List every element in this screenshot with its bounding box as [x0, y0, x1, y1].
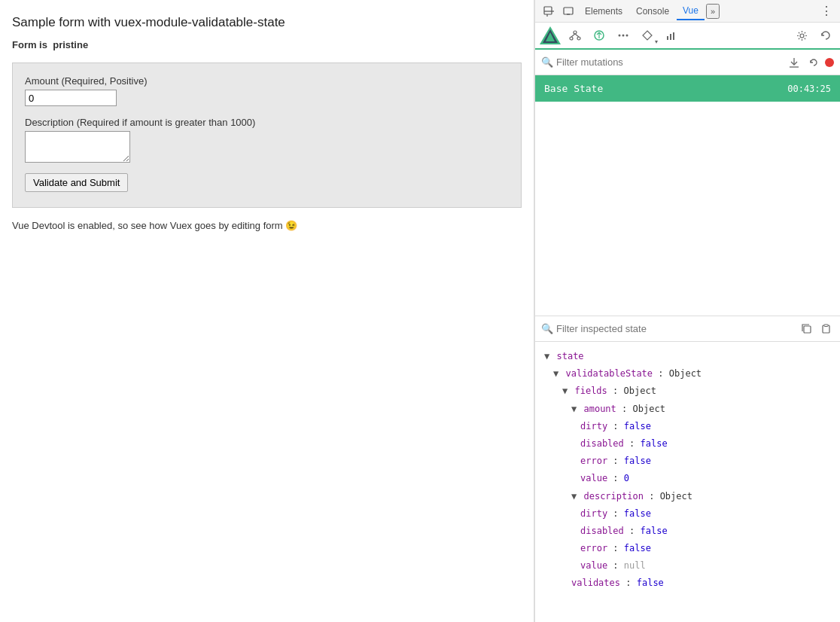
desc-disabled-key: disabled: [580, 526, 624, 536]
svg-point-14: [619, 35, 621, 37]
tree-amount-value: value : 0: [535, 470, 840, 487]
state-filter-input[interactable]: [556, 323, 795, 334]
svg-rect-3: [564, 8, 573, 14]
state-tree: ▼ state ▼ validatableState : Object ▼ fi…: [535, 342, 840, 622]
svg-point-10: [577, 37, 580, 40]
amount-dirty-value: false: [624, 421, 651, 431]
amount-disabled-value: false: [640, 438, 667, 449]
devtools-menu-btn[interactable]: ⋮: [817, 2, 835, 20]
tree-amount-dirty: dirty : false: [535, 418, 840, 435]
tree-validates: validates : false: [535, 575, 840, 592]
svg-rect-24: [804, 326, 811, 333]
svg-rect-18: [667, 36, 668, 40]
amount-label: Amount (Required, Positive): [25, 75, 509, 87]
tree-fields: ▼ fields : Object: [535, 383, 840, 400]
tree-description: ▼ description : Object: [535, 488, 840, 505]
mutations-list: Base State 00:43:25: [535, 75, 840, 316]
search-icon: 🔍: [541, 56, 553, 68]
tree-state: ▼ state: [535, 348, 840, 365]
svg-marker-17: [643, 31, 652, 40]
devtool-note: Vue Devtool is enabled, so see how Vuex …: [12, 220, 522, 231]
page-title: Sample form with vuex-module-validatable…: [12, 15, 522, 30]
tree-desc-disabled: disabled : false: [535, 523, 840, 540]
mutation-time: 00:43:25: [787, 84, 831, 94]
desc-error-value: false: [624, 543, 651, 553]
form-status: Form is pristine: [12, 39, 522, 50]
amount-type: Object: [633, 404, 665, 414]
amount-value-value: 0: [624, 473, 629, 483]
tree-desc-value: value : null: [535, 557, 840, 575]
vue-devtools-panel: Elements Console Vue » ⋮: [534, 0, 840, 622]
amount-input-wrap: [25, 90, 509, 106]
fields-type: Object: [624, 386, 656, 396]
submit-button[interactable]: Validate and Submit: [25, 173, 128, 192]
tree-desc-error: error : false: [535, 540, 840, 557]
description-label: Description (Required if amount is great…: [25, 117, 509, 128]
tree-desc-dirty: dirty : false: [535, 505, 840, 523]
filter-mutations-bar: 🔍: [535, 50, 840, 75]
svg-point-9: [570, 37, 573, 40]
devtools-topbar: Elements Console Vue » ⋮: [535, 0, 840, 23]
settings-btn[interactable]: [790, 24, 813, 47]
validates-value: false: [637, 578, 664, 588]
svg-point-21: [800, 34, 804, 38]
tab-console[interactable]: Console: [630, 3, 675, 20]
component-tree-btn[interactable]: [564, 24, 586, 47]
tab-elements[interactable]: Elements: [579, 3, 628, 20]
vue-toolbar: [535, 23, 840, 50]
desc-disabled-value: false: [640, 526, 667, 536]
description-input[interactable]: [25, 131, 130, 163]
desc-error-key: error: [580, 543, 607, 553]
paste-state-btn[interactable]: [817, 321, 834, 337]
inspect-element-btn[interactable]: [540, 2, 558, 20]
record-indicator: [825, 58, 834, 67]
description-field-group: Description (Required if amount is great…: [25, 117, 509, 163]
amount-input[interactable]: [25, 90, 117, 106]
validates-key: validates: [571, 578, 620, 588]
events-btn[interactable]: [612, 24, 635, 47]
mutation-item[interactable]: Base State 00:43:25: [535, 75, 840, 102]
amount-toggle[interactable]: ▼: [571, 404, 577, 414]
import-btn[interactable]: [786, 54, 802, 71]
state-toggle[interactable]: ▼: [544, 351, 549, 361]
state-search-icon: 🔍: [541, 323, 553, 334]
tree-amount-error: error : false: [535, 453, 840, 470]
svg-rect-20: [673, 32, 674, 40]
mutation-name: Base State: [544, 83, 603, 94]
svg-rect-26: [824, 325, 828, 327]
amount-error-value: false: [624, 456, 651, 466]
performance-btn[interactable]: [660, 24, 683, 47]
filter-actions: [786, 54, 834, 71]
amount-disabled-key: disabled: [580, 438, 624, 449]
more-tabs-btn[interactable]: »: [706, 4, 720, 19]
state-key: state: [556, 351, 583, 361]
vuex-btn[interactable]: [588, 24, 610, 47]
svg-point-8: [574, 31, 577, 34]
form-status-prefix: Form is: [12, 39, 47, 50]
amount-field-group: Amount (Required, Positive): [25, 75, 509, 106]
filter-mutations-input[interactable]: [556, 56, 783, 68]
tab-vue[interactable]: Vue: [677, 2, 705, 20]
fields-toggle[interactable]: ▼: [562, 386, 568, 396]
device-toggle-btn[interactable]: [559, 2, 577, 20]
refresh-btn[interactable]: [814, 24, 837, 47]
desc-value-value: null: [624, 560, 646, 571]
description-toggle[interactable]: ▼: [571, 491, 577, 502]
form-container: Amount (Required, Positive) Description …: [12, 63, 522, 208]
copy-state-btn[interactable]: [798, 321, 814, 337]
description-key: description: [583, 491, 643, 502]
tree-validatable-state: ▼ validatableState : Object: [535, 365, 840, 383]
desc-dirty-key: dirty: [580, 508, 607, 519]
undo-btn[interactable]: [805, 54, 822, 71]
description-type: Object: [660, 491, 692, 502]
amount-error-key: error: [580, 456, 607, 466]
desc-value-key: value: [580, 560, 607, 571]
svg-line-12: [575, 34, 579, 37]
amount-key: amount: [583, 404, 616, 414]
svg-point-15: [622, 35, 625, 37]
main-content: Sample form with vuex-module-validatable…: [0, 0, 534, 622]
svg-rect-19: [670, 34, 671, 40]
routing-btn[interactable]: [636, 24, 659, 47]
fields-key: fields: [574, 386, 607, 396]
validatable-state-toggle[interactable]: ▼: [553, 368, 558, 379]
